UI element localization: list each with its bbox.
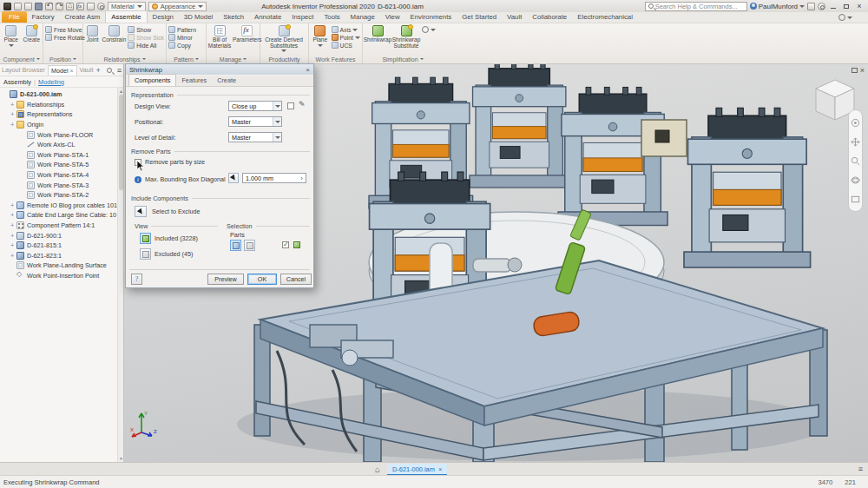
productivity-panel-label[interactable]: Productivity — [260, 55, 308, 63]
orbit-icon[interactable] — [851, 175, 860, 185]
scroll-down-icon[interactable]: ▼ — [118, 456, 124, 461]
user-account-button[interactable]: PaulMunford — [750, 3, 805, 10]
joint-button[interactable]: Joint — [85, 24, 100, 43]
axis-button[interactable]: Axis — [332, 26, 361, 33]
parameters-button[interactable]: Parameters — [233, 24, 262, 43]
cancel-button[interactable]: Cancel — [280, 274, 312, 285]
tree-item[interactable]: + D-621-815:1 — [0, 241, 117, 251]
hide-all-button[interactable]: Hide All — [128, 42, 164, 49]
ribbon-tab[interactable]: Electromechanical — [572, 11, 638, 23]
ribbon-tab[interactable]: Annotate — [249, 11, 286, 23]
tree-item[interactable]: Work Point-Insertion Point — [0, 271, 117, 281]
ribbon-tab[interactable]: Collaborate — [527, 11, 572, 23]
expand-toggle[interactable]: + — [10, 241, 16, 249]
free-move-button[interactable]: Free Move — [45, 26, 85, 33]
document-tab-close-icon[interactable]: × — [438, 465, 442, 473]
selection-green-icon[interactable] — [293, 241, 300, 248]
ribbon-tab[interactable]: Environments — [405, 11, 457, 23]
close-button[interactable]: × — [854, 2, 865, 10]
minimize-button[interactable] — [828, 2, 838, 10]
add-browser-tab-button[interactable]: + — [95, 66, 100, 75]
app-store-icon[interactable] — [807, 3, 815, 10]
copy-button[interactable]: Copy — [168, 42, 196, 49]
search-input[interactable]: Search Help & Commands... — [645, 2, 747, 11]
ribbon-tab[interactable]: Sketch — [218, 11, 249, 23]
excluded-icon-button[interactable] — [140, 248, 151, 260]
ribbon-tab[interactable]: Create Asm — [60, 11, 106, 23]
design-view-edit-icon[interactable] — [299, 102, 307, 110]
point-button[interactable]: Point — [332, 34, 361, 41]
appearance-dropdown[interactable]: Appearance — [148, 2, 207, 11]
expand-toggle[interactable]: + — [10, 110, 16, 118]
home-tab-button[interactable]: ⌂ — [372, 465, 384, 475]
open-file-icon[interactable] — [24, 3, 32, 10]
spinner-icon[interactable]: › — [300, 175, 303, 182]
settings-gear-icon[interactable] — [97, 3, 105, 10]
ok-button[interactable]: OK — [247, 274, 277, 285]
manage-panel-label[interactable]: Manage — [207, 55, 260, 63]
place-button[interactable]: Place — [2, 24, 21, 47]
shrinkwrap-substitute-button[interactable]: Shrinkwrap Substitute — [392, 24, 420, 49]
tree-item[interactable]: + Remote IO Blog prox cables 101:1 — [0, 201, 117, 211]
relationships-panel-label[interactable]: Relationships — [83, 55, 166, 63]
constrain-button[interactable]: Constrain — [102, 24, 126, 43]
shrinkwrap-button[interactable]: Shrinkwrap — [365, 24, 391, 43]
tree-item[interactable]: Work Plane-STA-5 — [0, 160, 117, 170]
undo-icon[interactable] — [45, 3, 53, 10]
plane-button[interactable]: Plane — [311, 24, 330, 47]
mode-assembly-link[interactable]: Assembly — [3, 78, 31, 86]
ribbon-tab[interactable]: Assemble — [105, 10, 147, 23]
selection-checkbox[interactable] — [282, 241, 289, 248]
expand-toggle[interactable]: + — [10, 221, 16, 229]
scroll-up-icon[interactable]: ▲ — [118, 89, 124, 94]
tree-item[interactable]: + Relationships — [0, 100, 117, 110]
tree-item[interactable]: + D-621-823:1 — [0, 251, 117, 261]
browser-tab-model[interactable]: Model× — [48, 65, 77, 76]
browser-search-icon[interactable] — [107, 68, 112, 73]
redo-icon[interactable] — [56, 3, 63, 10]
home-view-icon[interactable] — [66, 3, 74, 10]
tree-item[interactable]: + Component Pattern 14:1 — [0, 221, 117, 231]
tree-item[interactable]: + D-621-900:1 — [0, 230, 117, 241]
parts-select-button[interactable] — [230, 240, 241, 251]
preview-button[interactable]: Preview — [207, 274, 244, 285]
look-at-icon[interactable] — [851, 195, 860, 204]
material-dropdown[interactable]: Material — [108, 2, 146, 11]
ribbon-tab[interactable]: File — [2, 11, 27, 23]
dialog-help-button[interactable]: ? — [131, 274, 142, 285]
expand-toggle[interactable]: + — [10, 101, 16, 109]
tree-item[interactable]: Work Plane-FLOOR — [0, 129, 117, 140]
ribbon-tab[interactable]: Inspect — [286, 11, 319, 23]
save-icon[interactable] — [35, 3, 43, 10]
dialog-tab-create[interactable]: Create — [212, 75, 241, 86]
browser-tab-vault[interactable]: Vault — [80, 66, 94, 74]
pattern-panel-label[interactable]: Pattern — [167, 55, 206, 63]
position-panel-label[interactable]: Position — [43, 55, 82, 63]
tree-item[interactable]: Work Plane-STA-4 — [0, 170, 117, 181]
free-rotate-button[interactable]: Free Rotate — [45, 34, 85, 41]
zoom-icon[interactable] — [851, 156, 860, 166]
pan-icon[interactable] — [851, 137, 860, 147]
simplify-extra-button[interactable] — [422, 26, 436, 33]
browser-tab-layout[interactable]: Layout Browser — [2, 66, 45, 74]
ribbon-tab[interactable]: 3D Model — [179, 11, 218, 23]
mode-modeling-link[interactable]: Modeling — [38, 78, 64, 86]
remove-parts-by-size-row[interactable]: Remove parts by size — [135, 158, 205, 166]
expand-toggle[interactable]: + — [10, 232, 16, 240]
tree-item[interactable]: + Cable End Large Sine Cable: 10 — [0, 210, 117, 221]
tree-item[interactable]: Work Plane-STA-3 — [0, 180, 117, 190]
expand-toggle[interactable]: + — [10, 252, 16, 260]
measure-icon[interactable] — [87, 3, 95, 10]
pattern-button[interactable]: Pattern — [168, 26, 196, 33]
component-panel-label[interactable]: Component — [0, 55, 43, 63]
browser-scrollbar[interactable]: ▲ ▼ — [117, 88, 123, 462]
bbox-diagonal-input[interactable]: 1.000 mm › — [242, 173, 306, 183]
tree-item[interactable]: Work Plane-STA-2 — [0, 190, 117, 201]
ribbon-tab[interactable]: Design — [148, 11, 179, 23]
ribbon-tab[interactable]: View — [380, 11, 405, 23]
dialog-close-icon[interactable]: × — [306, 66, 310, 74]
tree-item[interactable]: Work Plane-STA-1 — [0, 150, 117, 161]
work-features-panel-label[interactable]: Work Features — [309, 55, 362, 63]
tab-list-menu-icon[interactable]: ≡ — [858, 465, 863, 473]
ribbon-tab[interactable]: Vault — [502, 11, 527, 23]
